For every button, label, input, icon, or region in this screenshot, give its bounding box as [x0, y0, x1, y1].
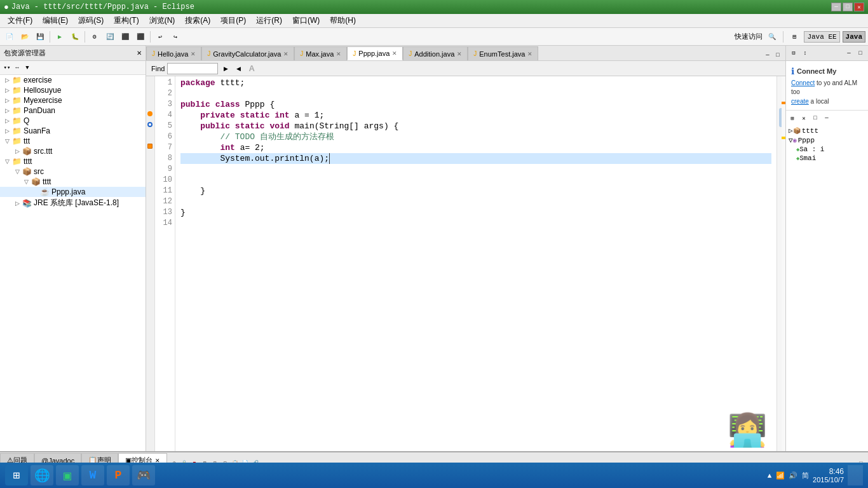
find-next-btn[interactable]: ▶ — [220, 64, 231, 74]
right-panel-minimize-btn[interactable]: ─ — [844, 48, 854, 58]
menu-refactor[interactable]: 重构(T) — [109, 14, 144, 27]
menu-search[interactable]: 搜索(A) — [180, 14, 215, 27]
collapse-all-btn[interactable]: ▾▾ — [3, 64, 11, 72]
left-margin — [146, 76, 155, 451]
tree-item-hellosuyue[interactable]: ▷ 📁 Hellosuyue — [0, 85, 146, 95]
menu-source[interactable]: 源码(S) — [73, 14, 109, 27]
tree-item-tttt[interactable]: ▽ 📁 tttt — [0, 156, 146, 166]
taskbar-wps-w[interactable]: W — [81, 465, 104, 485]
close-button[interactable]: ✕ — [854, 3, 864, 11]
create-link[interactable]: create — [791, 98, 809, 105]
outline-sort-btn[interactable]: ↕ — [800, 48, 810, 58]
perspective-java-ee[interactable]: Java EE — [804, 31, 839, 43]
maximize-editor-btn[interactable]: □ — [773, 50, 783, 60]
tree-menu-btn[interactable]: ▼ — [23, 64, 32, 72]
menu-edit[interactable]: 编辑(E) — [37, 14, 73, 27]
ruler-marker-1 — [782, 102, 785, 104]
taskbar-wps-p[interactable]: P — [107, 465, 130, 485]
toolbar-btn-7[interactable]: ↩ — [153, 30, 167, 44]
taskbar-green-app[interactable]: ▣ — [56, 465, 79, 485]
tree-item-pppp-java[interactable]: ☕ Pppp.java — [0, 187, 146, 197]
tree-item-myexercise[interactable]: ▷ 📁 Myexercise — [0, 95, 146, 105]
toolbar-btn-5[interactable]: ⬛ — [118, 30, 132, 44]
toolbar-btn-4[interactable]: 🔄 — [103, 30, 117, 44]
show-desktop-btn[interactable] — [848, 465, 863, 485]
code-content[interactable]: package tttt; public class Pppp { privat… — [175, 76, 776, 451]
perspective-grid[interactable]: ⊞ — [787, 30, 801, 44]
menu-file[interactable]: 文件(F) — [3, 14, 37, 27]
outline-btn-2[interactable]: ✕ — [799, 113, 809, 123]
debug-button[interactable]: 🐛 — [68, 30, 82, 44]
tree-label-exercise: exercise — [24, 76, 52, 85]
run-button[interactable]: ▶ — [53, 30, 67, 44]
start-button[interactable]: ⊞ — [5, 465, 28, 485]
open-button[interactable]: 📂 — [18, 30, 32, 44]
outline-expand-pppp: ▽ — [789, 136, 793, 144]
taskbar-game[interactable]: 🎮 — [132, 465, 155, 485]
tab-hello-java[interactable]: J Hello.java ✕ — [146, 46, 201, 60]
tab-enumtest-java[interactable]: J EnumTest.java ✕ — [468, 46, 538, 60]
close-tab-pppp[interactable]: ✕ — [392, 50, 397, 57]
quick-access-btn[interactable]: 🔍 — [765, 30, 779, 44]
close-tab-gravity[interactable]: ✕ — [283, 51, 288, 57]
tree-label-hellosuyue: Hellosuyue — [24, 86, 61, 95]
outline-node-main[interactable]: ◈ S mai — [787, 154, 867, 163]
close-explorer-icon[interactable]: ✕ — [137, 50, 142, 57]
tree-item-ttt[interactable]: ▽ 📁 ttt — [0, 136, 146, 146]
tab-gravity-java[interactable]: J GravityCalculator.java ✕ — [201, 46, 294, 60]
outline-node-pppp[interactable]: ▽ ◉ Pppp — [787, 135, 867, 145]
toolbar-right: 快速访问 🔍 ⊞ Java EE Java — [735, 30, 865, 44]
outline-btn-3[interactable]: □ — [810, 113, 820, 123]
java-icon-hello: J — [152, 50, 155, 57]
tab-max-java[interactable]: J Max.java ✕ — [294, 46, 347, 60]
toolbar-btn-3[interactable]: ⚙ — [88, 30, 102, 44]
find-input[interactable] — [167, 63, 218, 74]
link-editor-btn[interactable]: ↔ — [13, 64, 22, 72]
connect-link[interactable]: Connect — [791, 79, 815, 86]
close-tab-max[interactable]: ✕ — [336, 51, 341, 57]
title-bar-controls[interactable]: ─ □ ✕ — [831, 3, 864, 11]
outline-node-tttt[interactable]: ▷ 📦 tttt — [787, 126, 867, 135]
outline-label-pppp: Pppp — [798, 137, 815, 144]
tree-item-panduan[interactable]: ▷ 📁 PanDuan — [0, 105, 146, 116]
taskbar-right: ▲ 📶 🔊 简 8:46 2015/10/7 — [768, 465, 863, 485]
close-tab-hello[interactable]: ✕ — [191, 51, 196, 57]
tree-item-jre[interactable]: ▷ 📚 JRE 系统库 [JavaSE-1.8] — [0, 197, 146, 209]
menu-project[interactable]: 项目(P) — [215, 14, 251, 27]
outline-collapse-btn[interactable]: ⊟ — [789, 48, 799, 58]
tree-item-exercise[interactable]: ▷ 📁 exercise — [0, 75, 146, 85]
maximize-button[interactable]: □ — [843, 3, 853, 11]
tree-item-src[interactable]: ▽ 📦 src — [0, 166, 146, 177]
editor-scrollbar[interactable] — [776, 76, 785, 451]
minimize-editor-btn[interactable]: ─ — [763, 50, 773, 60]
tree-item-tttt-pkg[interactable]: ▽ 📦 tttt — [0, 177, 146, 187]
outline-node-field-a[interactable]: ◈ S a : i — [787, 145, 867, 154]
code-editor[interactable]: 1 2 3 4 5 6 7 8 9 10 11 12 13 14 package… — [146, 76, 785, 451]
taskbar-ie[interactable]: 🌐 — [31, 465, 53, 485]
tree-item-q[interactable]: ▷ 📁 Q — [0, 116, 146, 126]
tree-item-suanfa[interactable]: ▷ 📁 SuanFa — [0, 126, 146, 136]
outline-btn-1[interactable]: ⊞ — [787, 113, 797, 123]
toolbar-btn-8[interactable]: ↪ — [168, 30, 182, 44]
toolbar-btn-6[interactable]: ⬛ — [133, 30, 147, 44]
save-button[interactable]: 💾 — [33, 30, 47, 44]
perspective-java[interactable]: Java — [843, 31, 865, 43]
outline-btn-4[interactable]: ─ — [822, 113, 832, 123]
right-panel-maximize-btn[interactable]: □ — [855, 48, 865, 58]
menu-window[interactable]: 窗口(W) — [287, 14, 325, 27]
tab-addition-java[interactable]: J Addition.java ✕ — [403, 46, 468, 60]
right-panel-controls: ─ □ — [844, 48, 865, 58]
java-icon-gravity: J — [207, 50, 210, 57]
menu-help[interactable]: 帮助(H) — [325, 14, 361, 27]
new-button[interactable]: 📄 — [3, 30, 17, 44]
menu-run[interactable]: 运行(R) — [251, 14, 287, 27]
tree-item-srcttt[interactable]: ▷ 📦 src.ttt — [0, 146, 146, 156]
close-tab-enumtest[interactable]: ✕ — [527, 51, 532, 57]
minimize-button[interactable]: ─ — [831, 3, 841, 11]
find-prev-btn[interactable]: ◀ — [233, 64, 243, 74]
tab-pppp-java[interactable]: J Pppp.java ✕ — [347, 46, 403, 60]
overview-ruler — [782, 76, 785, 451]
find-case-btn[interactable]: A — [248, 64, 254, 73]
close-tab-addition[interactable]: ✕ — [457, 51, 462, 57]
menu-navigate[interactable]: 浏览(N) — [144, 14, 180, 27]
